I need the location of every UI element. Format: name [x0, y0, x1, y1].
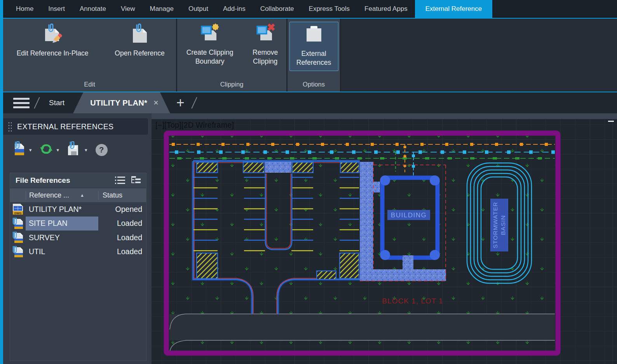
active-document-tab[interactable]: UTILITY PLAN* ×	[73, 92, 170, 113]
ribbon-panel-options: External References Options	[288, 19, 341, 92]
start-tab[interactable]: Start	[44, 99, 69, 107]
document-tab-label: UTILITY PLAN*	[90, 99, 147, 107]
ribbon-tab-featured-apps[interactable]: Featured Apps	[357, 0, 415, 18]
palette-title: EXTERNAL REFERENCES	[17, 122, 114, 131]
file-references-title: File References	[10, 176, 115, 185]
ribbon-tab-external-reference[interactable]: External Reference	[415, 0, 493, 18]
external-references-icon	[303, 24, 325, 49]
svg-text:BUILDING: BUILDING	[391, 211, 427, 219]
file-tab-bar: Start UTILITY PLAN* × +	[3, 92, 617, 113]
attach-dropdown-icon[interactable]: ▾	[29, 147, 32, 153]
hamburger-menu-icon[interactable]	[13, 98, 30, 108]
file-references-header: File References	[10, 173, 146, 188]
dwg-file-icon: DWG	[10, 203, 26, 215]
close-tab-icon[interactable]: ×	[153, 98, 159, 108]
panel-label-edit[interactable]: Edit	[3, 81, 176, 92]
xref-attach-icon	[10, 246, 26, 258]
block-lot-label: BLOCK 1, LOT 1	[382, 297, 443, 305]
xref-row-utility-plan[interactable]: DWG UTILITY PLAN* Opened	[10, 202, 146, 217]
palette-toolbar: ▾ ▾ ▾ ?	[12, 141, 108, 158]
external-references-button[interactable]: External References	[289, 22, 338, 71]
xref-status: Opened	[98, 205, 146, 214]
ribbon-tab-collaborate[interactable]: Collaborate	[253, 0, 302, 18]
refresh-icon[interactable]	[39, 142, 53, 158]
external-references-palette: EXTERNAL REFERENCES ▾ ▾	[3, 113, 152, 364]
save-dropdown-icon[interactable]: ▾	[85, 147, 87, 153]
column-reference-name[interactable]: Reference ... ▲	[26, 191, 98, 199]
new-tab-button[interactable]: +	[176, 96, 185, 110]
window-edge-accent	[0, 0, 3, 364]
ribbon-panel-edit: Edit Reference In-Place Open Reference E…	[3, 19, 177, 92]
list-view-icon[interactable]	[115, 176, 125, 185]
ribbon-tab-insert[interactable]: Insert	[41, 0, 72, 18]
xref-name[interactable]: SURVEY	[26, 231, 98, 245]
xref-row-site-plan[interactable]: SITE PLAN Loaded	[10, 217, 146, 231]
xref-attach-icon	[10, 218, 26, 229]
remove-clipping-label: Remove Clipping	[246, 48, 284, 66]
xref-name[interactable]: SITE PLAN	[26, 217, 98, 231]
external-references-label: External References	[293, 49, 335, 67]
edit-reference-in-place-button[interactable]: Edit Reference In-Place	[3, 22, 102, 59]
svg-text:BASIN: BASIN	[500, 215, 506, 235]
xref-attach-icon	[10, 232, 26, 243]
panel-label-options[interactable]: Options	[288, 81, 340, 92]
panel-label-clipping[interactable]: Clipping	[177, 81, 286, 92]
xref-status: Loaded	[98, 219, 146, 228]
open-reference-button[interactable]: Open Reference	[103, 22, 176, 59]
palette-title-bar[interactable]: EXTERNAL REFERENCES	[3, 118, 148, 135]
remove-clipping-icon	[254, 23, 277, 47]
building-label: BUILDING	[387, 210, 430, 220]
tab-separator	[191, 97, 197, 109]
save-xref-icon[interactable]	[66, 141, 81, 158]
ribbon-tab-addins[interactable]: Add-ins	[216, 0, 253, 18]
drawing-viewport[interactable]: BUILDING STORMWATER BASIN BLOCK 1, LOT 1…	[152, 113, 617, 364]
file-references-panel: File References Reference ... ▲ Status	[10, 173, 146, 361]
ribbon-tab-annotate[interactable]: Annotate	[72, 0, 113, 18]
ribbon-tab-express-tools[interactable]: Express Tools	[302, 0, 357, 18]
edit-reference-label: Edit Reference In-Place	[17, 49, 89, 58]
remove-clipping-button[interactable]: Remove Clipping	[244, 22, 286, 66]
ribbon-tab-home[interactable]: Home	[9, 0, 41, 18]
svg-text:DWG: DWG	[14, 211, 21, 215]
xref-row-util[interactable]: UTIL Loaded	[10, 245, 146, 259]
basin-label: STORMWATER BASIN	[490, 199, 508, 251]
ribbon-tab-manage[interactable]: Manage	[143, 0, 181, 18]
edit-reference-icon	[41, 23, 64, 48]
help-icon[interactable]: ?	[96, 144, 108, 156]
tree-view-icon[interactable]	[131, 176, 141, 185]
viewport-controls-label[interactable]: [−][Top][2D Wireframe]	[155, 121, 234, 130]
column-status[interactable]: Status	[98, 191, 146, 199]
xref-status: Loaded	[98, 247, 146, 256]
xref-name[interactable]: UTILITY PLAN*	[26, 202, 98, 217]
ribbon-tab-view[interactable]: View	[113, 0, 143, 18]
cad-canvas[interactable]: BUILDING STORMWATER BASIN BLOCK 1, LOT 1	[152, 113, 617, 364]
tab-separator	[34, 97, 40, 109]
attach-dwg-icon[interactable]	[12, 141, 26, 158]
ribbon: Edit Reference In-Place Open Reference E…	[3, 18, 617, 92]
open-reference-label: Open Reference	[115, 49, 164, 58]
svg-text:STORMWATER: STORMWATER	[492, 202, 498, 248]
xref-name[interactable]: UTIL	[26, 245, 98, 259]
xref-status: Loaded	[98, 233, 146, 242]
sort-ascending-icon[interactable]: ▲	[80, 193, 84, 198]
refresh-dropdown-icon[interactable]: ▾	[57, 147, 59, 153]
open-reference-icon	[129, 23, 151, 48]
ribbon-panel-clipping: Create Clipping Boundary Remove Clipping	[177, 19, 288, 92]
xref-row-survey[interactable]: SURVEY Loaded	[10, 231, 146, 245]
ribbon-empty-area	[341, 19, 617, 92]
create-clipping-label: Create Clipping Boundary	[180, 48, 240, 66]
create-clipping-icon	[199, 23, 221, 47]
grip-dots-icon[interactable]	[8, 121, 12, 132]
ribbon-tab-output[interactable]: Output	[181, 0, 216, 18]
file-references-column-headers: Reference ... ▲ Status	[10, 188, 146, 202]
create-clipping-boundary-button[interactable]: Create Clipping Boundary	[177, 22, 242, 66]
ribbon-tab-bar: Home Insert Annotate View Manage Output …	[3, 0, 617, 18]
